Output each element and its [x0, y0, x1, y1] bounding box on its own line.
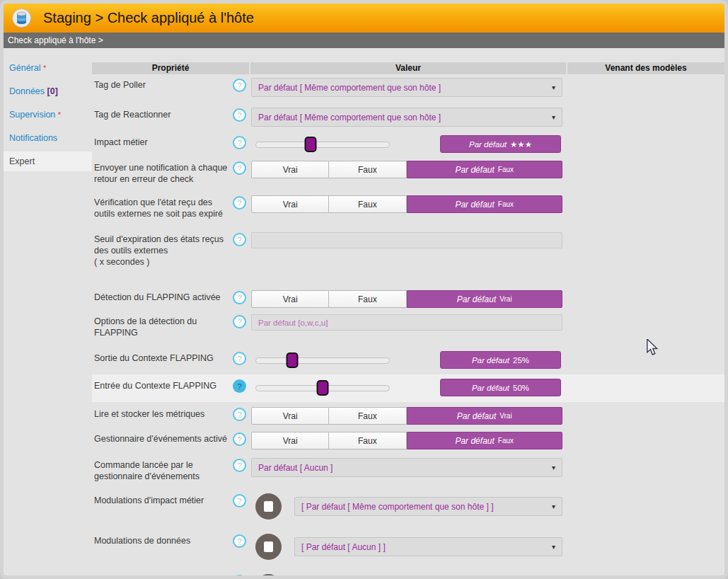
table-row: Seuil d'expiration des états reçus des o… [92, 231, 724, 269]
flapping-options-input[interactable] [251, 314, 562, 331]
seuil-expiration-input[interactable] [251, 232, 562, 248]
default-prefix: Par défaut [457, 411, 496, 421]
help-icon[interactable]: ? [233, 575, 246, 579]
breadcrumb[interactable]: Check appliqué à l'hôte > [4, 33, 724, 48]
caret-down-icon: ▾ [552, 464, 555, 471]
help-icon[interactable]: ? [233, 161, 246, 175]
default-value: Vrai [499, 295, 512, 303]
table-row: Sortie du Contexte FLAPPING ? Par défaut… [92, 350, 724, 370]
stop-icon-button[interactable] [255, 534, 282, 560]
sidebar: Général * Données [0] Supervision * Noti… [4, 48, 92, 579]
table-row: Détection du FLAPPING activée ? Vrai Fau… [92, 289, 724, 309]
property-label-line2: ( x secondes ) [94, 256, 230, 268]
event-handler-command-select[interactable]: Par défaut [ Aucun ] ▾ [251, 458, 562, 477]
table-row: Modulations des résultats ? [ Par défaut… [92, 573, 724, 579]
property-label: Seuil d'expiration des états reçus des o… [94, 232, 230, 268]
faux-button[interactable]: Faux [329, 161, 406, 178]
flapping-low-slider[interactable] [255, 357, 390, 364]
stop-icon [264, 541, 273, 552]
impact-modulations-select[interactable]: [ Par défaut [ Même comportement que son… [294, 497, 562, 516]
help-icon[interactable]: ? [233, 315, 246, 328]
default-button[interactable]: Par défaut Faux [407, 161, 563, 178]
help-icon[interactable]: ? [233, 352, 246, 365]
table-row: Modulations d'impact métier ? [ Par défa… [92, 492, 724, 521]
property-label: Modulations de données [94, 534, 230, 548]
vrai-button[interactable]: Vrai [251, 407, 329, 425]
sidebar-item-general[interactable]: Général * [4, 58, 92, 78]
properties-panel: Propriété Valeur Venant des modèles Tag … [92, 48, 724, 579]
property-label: Tag de Reactionner [94, 108, 230, 122]
sidebar-item-label: Supervision [9, 110, 55, 120]
stop-icon [264, 501, 273, 512]
table-row: Lire et stocker les métriques ? Vrai Fau… [92, 406, 724, 426]
sidebar-item-label: Expert [9, 156, 35, 166]
tag-poller-select[interactable]: Par défaut [ Même comportement que son h… [251, 78, 562, 97]
vrai-button[interactable]: Vrai [251, 432, 329, 449]
impact-slider[interactable] [255, 142, 390, 148]
help-icon[interactable]: ? [233, 379, 246, 393]
flapping-high-slider[interactable] [255, 385, 390, 391]
sidebar-item-expert[interactable]: Expert [4, 151, 92, 171]
default-prefix: Par défaut [469, 140, 507, 149]
default-value: Vrai [499, 412, 512, 420]
table-row: Envoyer une notification à chaque retour… [92, 159, 724, 186]
impact-default-button[interactable]: Par défaut ★★★ [440, 135, 561, 153]
property-label: Modulations d'impact métier [94, 493, 230, 508]
data-modulations-select[interactable]: [ Par défaut [ Aucun ] ] ▾ [294, 537, 562, 556]
faux-button[interactable]: Faux [329, 407, 406, 425]
flapping-high-default-button[interactable]: Par défaut 50% [440, 379, 561, 396]
help-icon[interactable]: ? [233, 79, 246, 92]
count-badge: [0] [47, 86, 58, 96]
property-label: Tag de Poller [94, 78, 230, 92]
help-icon[interactable]: ? [233, 196, 246, 210]
help-icon[interactable]: ? [233, 408, 246, 421]
sidebar-item-donnees[interactable]: Données [0] [4, 81, 92, 101]
select-value: Par défaut [ Même comportement que son h… [258, 113, 441, 122]
default-value: Faux [498, 437, 514, 445]
help-icon[interactable]: ? [233, 459, 246, 472]
default-button[interactable]: Par défaut Faux [407, 432, 563, 449]
sidebar-item-notifications[interactable]: Notifications [4, 128, 92, 148]
flapping-low-default-button[interactable]: Par défaut 25% [440, 351, 561, 369]
select-value: [ Par défaut [ Même comportement que son… [301, 502, 493, 512]
default-value: ★★★ [510, 139, 532, 149]
property-label: Sortie du Contexte FLAPPING [94, 351, 230, 365]
slider-handle[interactable] [305, 137, 317, 152]
vrai-button[interactable]: Vrai [251, 161, 329, 178]
help-icon[interactable]: ? [233, 108, 246, 122]
faux-button[interactable]: Faux [329, 290, 406, 308]
help-icon[interactable]: ? [233, 534, 246, 548]
help-icon[interactable]: ? [233, 136, 246, 149]
help-icon[interactable]: ? [233, 291, 246, 304]
database-icon [12, 8, 31, 28]
stop-icon-button[interactable] [255, 574, 282, 579]
stop-icon-button[interactable] [255, 493, 282, 520]
table-row-hovered: Entrée du Contexte FLAPPING ? Par défaut… [92, 374, 724, 402]
sidebar-item-label: Général [9, 63, 40, 73]
faux-button[interactable]: Faux [329, 432, 406, 449]
slider-handle[interactable] [286, 352, 298, 368]
help-icon[interactable]: ? [233, 494, 246, 508]
default-prefix: Par défaut [457, 294, 496, 304]
vrai-button[interactable]: Vrai [251, 195, 329, 213]
default-prefix: Par défaut [455, 436, 494, 446]
select-value: [ Par défaut [ Aucun ] ] [301, 542, 386, 552]
sidebar-item-supervision[interactable]: Supervision * [4, 105, 92, 125]
faux-button[interactable]: Faux [329, 195, 406, 213]
table-row: Vérification que l'état reçu des outils … [92, 194, 724, 221]
select-value: Par défaut [ Aucun ] [258, 463, 333, 473]
default-button[interactable]: Par défaut Vrai [407, 407, 563, 425]
default-button[interactable]: Par défaut Faux [407, 195, 563, 213]
default-button[interactable]: Par défaut Vrai [407, 290, 563, 308]
table-row: Tag de Reactionner ? Par défaut [ Même c… [92, 106, 724, 128]
vrai-button[interactable]: Vrai [251, 290, 329, 308]
slider-handle[interactable] [317, 380, 329, 396]
help-icon[interactable]: ? [233, 233, 246, 246]
property-label: Gestionnaire d'événements activé [94, 432, 230, 446]
help-icon[interactable]: ? [233, 432, 246, 446]
caret-down-icon: ▾ [552, 503, 555, 510]
sidebar-item-label: Données [9, 86, 45, 96]
tag-reactionner-select[interactable]: Par défaut [ Même comportement que son h… [251, 108, 562, 127]
property-label: Commande lancée par le gestionnaire d'év… [94, 458, 230, 482]
caret-down-icon: ▾ [552, 113, 555, 121]
